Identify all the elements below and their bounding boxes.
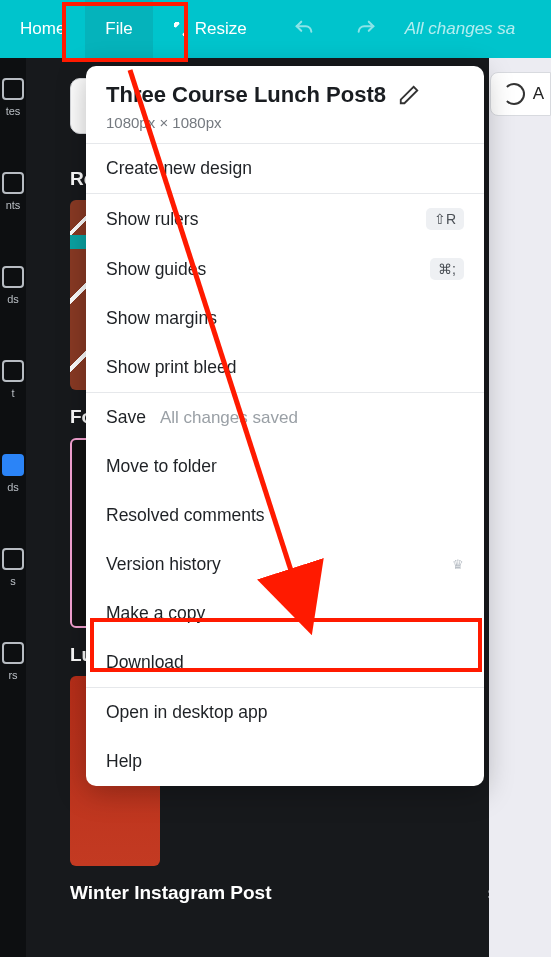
kbd-shortcut: ⇧R [426,208,464,230]
animate-button[interactable]: A [490,72,551,116]
rail-backgrounds[interactable]: ds [2,454,24,493]
side-rail: tes nts ds t ds s rs [0,58,26,957]
menu-make-copy[interactable]: Make a copy [86,589,484,638]
rail-templates[interactable]: tes [2,78,24,117]
menu-save[interactable]: SaveAll changes saved [86,393,484,442]
menu-resolved-comments[interactable]: Resolved comments [86,491,484,540]
home-button[interactable]: Home [0,0,85,58]
menu-download[interactable]: Download [86,638,484,687]
resize-button[interactable]: Resize [153,0,267,58]
rail-uploads[interactable]: ds [2,266,24,305]
menu-show-rulers[interactable]: Show rulers⇧R [86,194,484,244]
file-menu-button[interactable]: File [85,0,152,58]
resize-label: Resize [195,19,247,39]
canvas-area [489,58,551,957]
top-toolbar: Home File Resize All changes sa [0,0,551,58]
resize-icon [173,21,189,37]
rail-folders[interactable]: rs [2,642,24,681]
menu-show-margins[interactable]: Show margins [86,294,484,343]
menu-show-bleed[interactable]: Show print bleed [86,343,484,392]
rail-text[interactable]: t [2,360,24,399]
menu-create-new[interactable]: Create new design [86,144,484,193]
menu-version-history[interactable]: Version history♛ [86,540,484,589]
file-dropdown-menu: Three Course Lunch Post8 1080px × 1080px… [86,66,484,786]
menu-open-desktop[interactable]: Open in desktop app [86,688,484,737]
save-status: All changes sa [405,19,516,39]
menu-help[interactable]: Help [86,737,484,786]
rail-apps[interactable]: s [2,548,24,587]
kbd-shortcut: ⌘; [430,258,464,280]
design-dimensions: 1080px × 1080px [106,114,464,131]
section-winter-title: Winter Instagram Post [70,882,271,904]
menu-header: Three Course Lunch Post8 1080px × 1080px [86,66,484,143]
rail-elements[interactable]: nts [2,172,24,211]
menu-show-guides[interactable]: Show guides⌘; [86,244,484,294]
history-controls [293,18,377,40]
animate-icon [503,83,525,105]
menu-move-folder[interactable]: Move to folder [86,442,484,491]
undo-icon[interactable] [293,18,315,40]
crown-icon: ♛ [452,557,464,572]
design-title: Three Course Lunch Post8 [106,82,386,108]
redo-icon[interactable] [355,18,377,40]
save-status-sub: All changes saved [160,408,298,428]
animate-label: A [533,84,544,104]
edit-title-icon[interactable] [398,84,420,106]
section-winter-header: Winter Instagram Post See all [70,882,533,904]
